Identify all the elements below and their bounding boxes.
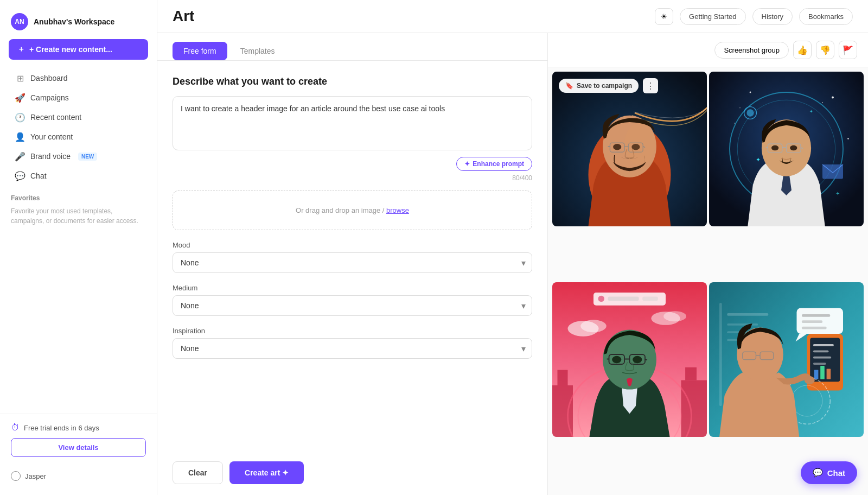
history-button[interactable]: History <box>752 8 793 25</box>
image-card-3[interactable] <box>552 282 707 437</box>
sun-icon: ☀ <box>661 12 667 21</box>
svg-rect-68 <box>813 344 834 346</box>
svg-rect-39 <box>681 380 707 437</box>
inspiration-select-wrapper: None <box>173 338 532 359</box>
user-icon: 👤 <box>15 132 25 142</box>
tab-templates[interactable]: Templates <box>229 42 286 60</box>
tab-free-form[interactable]: Free form <box>173 42 227 60</box>
save-overlay-1: 🔖 Save to campaign ⋮ <box>559 78 658 93</box>
svg-rect-73 <box>820 366 825 379</box>
more-icon: ⋮ <box>646 81 655 91</box>
flag-icon: 🚩 <box>843 45 853 55</box>
new-badge: NEW <box>78 153 97 161</box>
form-section: Describe what you want to create I want … <box>157 61 547 370</box>
sidebar-item-label: Dashboard <box>30 74 68 82</box>
more-options-button-1[interactable]: ⋮ <box>643 78 658 93</box>
svg-rect-71 <box>813 363 826 365</box>
enhance-prompt-button[interactable]: ✦ Enhance prompt <box>456 157 532 171</box>
create-art-button[interactable]: Create art ✦ <box>229 461 304 484</box>
svg-rect-49 <box>608 297 639 301</box>
sidebar-item-your-content[interactable]: 👤 Your content <box>4 127 152 147</box>
tabs-row: Free form Templates <box>157 33 547 61</box>
trial-icon: ⏱ <box>11 423 20 433</box>
svg-point-44 <box>580 320 607 332</box>
topbar: Art ☀ Getting Started History Bookmarks <box>157 0 868 33</box>
svg-rect-85 <box>802 320 822 323</box>
sidebar-item-label: Recent content <box>30 113 81 122</box>
content-area: Free form Templates Describe what you wa… <box>157 33 868 495</box>
svg-rect-69 <box>813 350 829 352</box>
svg-rect-72 <box>814 370 819 379</box>
prompt-textarea[interactable]: I want to create a header image for an a… <box>173 96 532 150</box>
mood-field: Mood None <box>173 241 532 273</box>
svg-point-46 <box>663 311 686 321</box>
svg-point-22 <box>746 109 754 116</box>
clear-button[interactable]: Clear <box>173 461 223 484</box>
svg-point-34 <box>771 145 778 151</box>
mood-select-wrapper: None <box>173 252 532 273</box>
form-section-title: Describe what you want to create <box>173 76 532 87</box>
sidebar-footer: ⏱ Free trial ends in 6 days View details <box>0 414 157 466</box>
thumbs-down-button[interactable]: 👎 <box>816 41 834 59</box>
screenshot-group-button[interactable]: Screenshot group <box>714 42 789 59</box>
theme-toggle-button[interactable]: ☀ <box>655 8 673 25</box>
image-card-1[interactable]: 🔖 Save to campaign ⋮ <box>552 72 707 226</box>
image-card-4[interactable] <box>709 282 864 437</box>
rocket-icon: 🚀 <box>15 93 25 103</box>
medium-select[interactable]: None <box>173 295 532 316</box>
svg-rect-62 <box>727 313 768 316</box>
drop-zone[interactable]: Or drag and drop an image / browse <box>173 191 532 230</box>
medium-field: Medium None <box>173 284 532 316</box>
mood-select[interactable]: None <box>173 252 532 273</box>
sidebar-item-campaigns[interactable]: 🚀 Campaigns <box>4 88 152 107</box>
chat-icon: 💬 <box>15 171 25 181</box>
inspiration-select[interactable]: None <box>173 338 532 359</box>
char-count: 80/400 <box>173 174 532 182</box>
favorites-title: Favorites <box>11 194 146 202</box>
svg-text:✦: ✦ <box>835 191 840 196</box>
svg-rect-74 <box>827 369 831 379</box>
inspiration-label: Inspiration <box>173 327 532 335</box>
jasper-row: Jasper <box>0 466 157 486</box>
svg-point-13 <box>750 92 751 93</box>
bookmarks-button[interactable]: Bookmarks <box>799 8 853 25</box>
svg-rect-38 <box>558 370 568 386</box>
thumbs-down-icon: 👎 <box>820 45 831 55</box>
browse-link[interactable]: browse <box>386 206 409 214</box>
thumbs-up-button[interactable]: 👍 <box>793 41 812 59</box>
create-new-content-button[interactable]: ＋ + Create new content... <box>9 39 148 60</box>
svg-point-35 <box>790 145 797 151</box>
save-to-campaign-button[interactable]: 🔖 Save to campaign <box>559 79 639 93</box>
drop-label: Or drag and drop an image / <box>296 206 386 214</box>
sidebar-item-brand-voice[interactable]: 🎤 Brand voice NEW <box>4 147 152 166</box>
action-row: Clear Create art ✦ <box>157 450 547 495</box>
svg-point-59 <box>633 356 642 363</box>
grid-icon: ⊞ <box>15 73 25 83</box>
sidebar-item-label: Your content <box>30 132 73 141</box>
sidebar-item-label: Brand voice <box>30 152 71 161</box>
left-panel: Free form Templates Describe what you wa… <box>157 33 548 495</box>
flag-button[interactable]: 🚩 <box>839 41 857 59</box>
create-btn-label: + Create new content... <box>29 45 112 54</box>
mood-label: Mood <box>173 241 532 249</box>
svg-point-48 <box>598 296 604 302</box>
svg-rect-63 <box>727 323 758 326</box>
enhance-row: ✦ Enhance prompt <box>173 157 532 171</box>
trial-row: ⏱ Free trial ends in 6 days <box>11 423 146 433</box>
avatar: AN <box>11 13 28 30</box>
main-content: Art ☀ Getting Started History Bookmarks … <box>157 0 868 495</box>
sidebar-item-recent[interactable]: 🕐 Recent content <box>4 107 152 127</box>
sidebar-item-chat[interactable]: 💬 Chat <box>4 166 152 186</box>
mic-icon: 🎤 <box>15 151 25 161</box>
trial-label: Free trial ends in 6 days <box>24 424 99 432</box>
view-details-button[interactable]: View details <box>11 438 146 457</box>
image-card-2[interactable]: ✦ ✦ ✦ <box>709 72 864 226</box>
svg-point-16 <box>847 138 849 139</box>
page-title: Art <box>173 8 648 25</box>
svg-text:✦: ✦ <box>809 109 813 114</box>
favorites-section: Favorites Favorite your most used templa… <box>0 186 157 230</box>
chat-fab-button[interactable]: 💬 Chat <box>801 461 857 484</box>
getting-started-button[interactable]: Getting Started <box>680 8 745 25</box>
sidebar-item-dashboard[interactable]: ⊞ Dashboard <box>4 68 152 88</box>
medium-label: Medium <box>173 284 532 292</box>
